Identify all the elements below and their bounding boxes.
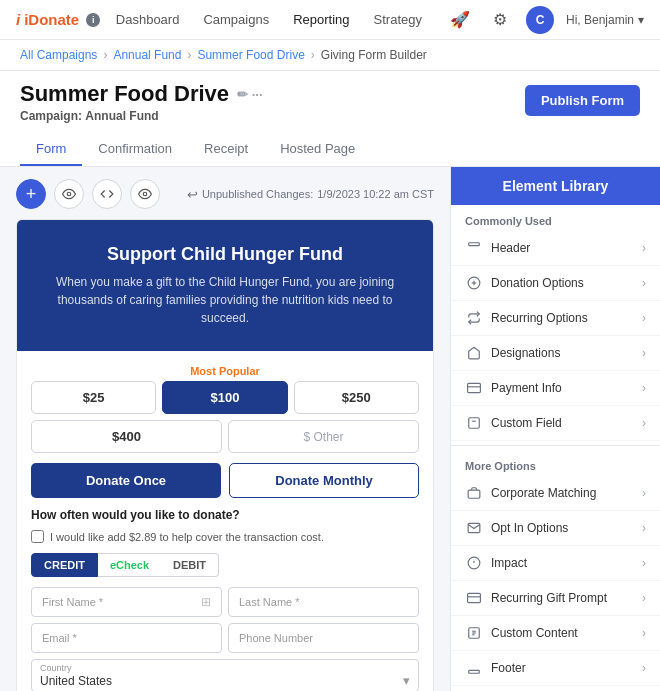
library-item-payment-info[interactable]: Payment Info › xyxy=(451,371,660,406)
country-select-row[interactable]: United States ▾ xyxy=(40,673,410,688)
library-item-footer[interactable]: Footer › xyxy=(451,651,660,686)
page-title-area: Summer Food Drive ✏ ··· Campaign: Annual… xyxy=(20,81,263,123)
settings-icon[interactable]: ⚙ xyxy=(486,6,514,34)
svg-rect-6 xyxy=(468,383,481,392)
library-item-recurring-options[interactable]: Recurring Options › xyxy=(451,301,660,336)
add-element-button[interactable]: + xyxy=(16,179,46,209)
amount-grid-2: $400 $ Other xyxy=(31,420,419,453)
chevron-down-icon[interactable]: ▾ xyxy=(638,13,644,27)
amount-100[interactable]: $100 xyxy=(162,381,287,414)
tab-hosted-page[interactable]: Hosted Page xyxy=(264,133,371,166)
nav-dashboard[interactable]: Dashboard xyxy=(116,12,180,27)
breadcrumb: All Campaigns › Annual Fund › Summer Foo… xyxy=(0,40,660,71)
custom-field-chevron-icon: › xyxy=(642,416,646,430)
main-layout: + ↩ Unpublished Changes: 1/9/2023 10:22 … xyxy=(0,167,660,691)
library-header-label: Header xyxy=(491,241,530,255)
library-item-custom-content[interactable]: Custom Content › xyxy=(451,616,660,651)
header-chevron-icon: › xyxy=(642,241,646,255)
donate-once-button[interactable]: Donate Once xyxy=(31,463,221,498)
svg-rect-8 xyxy=(469,418,480,429)
corporate-matching-icon xyxy=(465,484,483,502)
library-item-impact[interactable]: Impact › xyxy=(451,546,660,581)
form-hero: Support Child Hunger Fund When you make … xyxy=(17,220,433,351)
library-header: Element Library xyxy=(451,167,660,205)
page-header: Summer Food Drive ✏ ··· Campaign: Annual… xyxy=(0,71,660,167)
eye-icon xyxy=(62,187,76,201)
country-row: Country United States ▾ xyxy=(31,659,419,691)
code-icon-button[interactable] xyxy=(92,179,122,209)
rocket-icon[interactable]: 🚀 xyxy=(446,6,474,34)
tab-receipt[interactable]: Receipt xyxy=(188,133,264,166)
payment-tabs: CREDIT eCheck DEBIT xyxy=(31,553,419,577)
nav-campaigns[interactable]: Campaigns xyxy=(203,12,269,27)
form-body: Most Popular $25 $100 $250 $400 $ Other … xyxy=(17,351,433,691)
library-item-recurring-gift-prompt[interactable]: Recurring Gift Prompt › xyxy=(451,581,660,616)
preview-icon-button[interactable] xyxy=(130,179,160,209)
transaction-cost-text: I would like add $2.89 to help cover the… xyxy=(50,531,324,543)
custom-field-icon xyxy=(465,414,483,432)
user-avatar: C xyxy=(526,6,554,34)
recurring-gift-chevron-icon: › xyxy=(642,591,646,605)
transaction-cost-checkbox[interactable] xyxy=(31,530,44,543)
library-item-corporate-matching[interactable]: Corporate Matching › xyxy=(451,476,660,511)
edit-title-icon[interactable]: ✏ ··· xyxy=(237,87,262,102)
amount-250[interactable]: $250 xyxy=(294,381,419,414)
email-field[interactable]: Email * xyxy=(31,623,222,653)
breadcrumb-sep-2: › xyxy=(187,48,191,62)
payment-tab-echeck[interactable]: eCheck xyxy=(98,553,161,577)
nav-links: Dashboard Campaigns Reporting Strategy xyxy=(116,12,422,27)
element-library: Element Library Commonly Used Header › D… xyxy=(450,167,660,691)
tab-confirmation[interactable]: Confirmation xyxy=(82,133,188,166)
transaction-cost-row: I would like add $2.89 to help cover the… xyxy=(31,530,419,543)
payment-info-icon xyxy=(465,379,483,397)
nav-reporting[interactable]: Reporting xyxy=(293,12,349,27)
library-item-opt-in[interactable]: Opt In Options › xyxy=(451,511,660,546)
builder-area: + ↩ Unpublished Changes: 1/9/2023 10:22 … xyxy=(0,167,450,691)
custom-content-icon xyxy=(465,624,483,642)
form-tabs: Form Confirmation Receipt Hosted Page xyxy=(20,133,640,166)
page-title-text: Summer Food Drive xyxy=(20,81,229,107)
library-item-header[interactable]: Header › xyxy=(451,231,660,266)
breadcrumb-all-campaigns[interactable]: All Campaigns xyxy=(20,48,97,62)
form-preview: Support Child Hunger Fund When you make … xyxy=(16,219,434,691)
library-impact-label: Impact xyxy=(491,556,527,570)
amount-other[interactable]: $ Other xyxy=(228,420,419,453)
library-corporate-label: Corporate Matching xyxy=(491,486,596,500)
eye-icon-button[interactable] xyxy=(54,179,84,209)
commonly-used-label: Commonly Used xyxy=(451,205,660,231)
library-item-designations[interactable]: Designations › xyxy=(451,336,660,371)
phone-field[interactable]: Phone Number xyxy=(228,623,419,653)
amount-25[interactable]: $25 xyxy=(31,381,156,414)
last-name-field[interactable]: Last Name * xyxy=(228,587,419,617)
nav-strategy[interactable]: Strategy xyxy=(374,12,422,27)
email-phone-row: Email * Phone Number xyxy=(31,623,419,653)
library-donation-label: Donation Options xyxy=(491,276,584,290)
donate-monthly-button[interactable]: Donate Monthly xyxy=(229,463,419,498)
amount-400[interactable]: $400 xyxy=(31,420,222,453)
svg-rect-14 xyxy=(468,593,481,602)
footer-icon xyxy=(465,659,483,677)
impact-icon xyxy=(465,554,483,572)
code-icon xyxy=(100,187,114,201)
hero-title: Support Child Hunger Fund xyxy=(37,244,413,265)
nav-right: 🚀 ⚙ C Hi, Benjamin ▾ xyxy=(446,6,644,34)
payment-tab-debit[interactable]: DEBIT xyxy=(161,553,219,577)
first-name-field[interactable]: First Name * ⊞ xyxy=(31,587,222,617)
payment-tab-credit[interactable]: CREDIT xyxy=(31,553,98,577)
field-icon: ⊞ xyxy=(201,595,211,609)
preview-icon xyxy=(138,187,152,201)
hero-body: When you make a gift to the Child Hunger… xyxy=(37,273,413,327)
library-item-donation-options[interactable]: Donation Options › xyxy=(451,266,660,301)
recurring-gift-icon xyxy=(465,589,483,607)
publish-button[interactable]: Publish Form xyxy=(525,85,640,116)
frequency-label: How often would you like to donate? xyxy=(31,508,419,522)
breadcrumb-food-drive[interactable]: Summer Food Drive xyxy=(197,48,304,62)
library-designations-label: Designations xyxy=(491,346,560,360)
opt-in-icon xyxy=(465,519,483,537)
user-greeting: Hi, Benjamin ▾ xyxy=(566,13,644,27)
tab-form[interactable]: Form xyxy=(20,133,82,166)
designations-icon xyxy=(465,344,483,362)
library-item-custom-field[interactable]: Custom Field › xyxy=(451,406,660,441)
info-icon[interactable]: i xyxy=(86,13,100,27)
breadcrumb-annual-fund[interactable]: Annual Fund xyxy=(113,48,181,62)
